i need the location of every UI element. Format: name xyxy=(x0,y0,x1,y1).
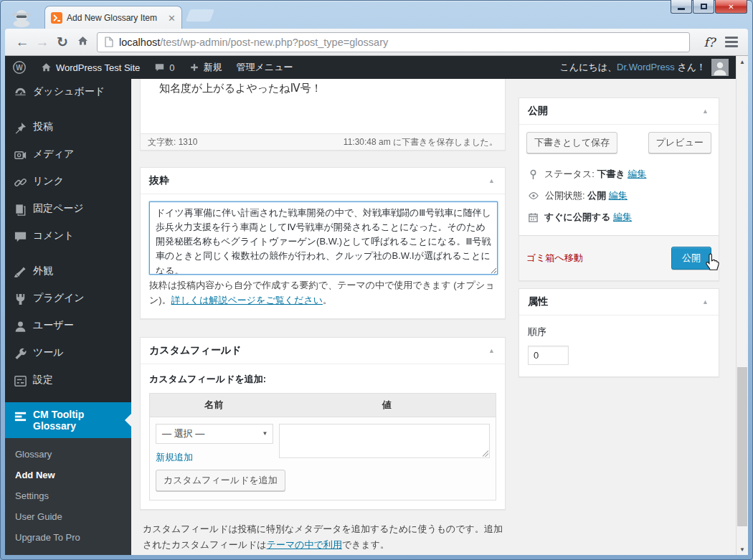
my-account-menu[interactable]: こんにちは、Dr.WordPress さん！ xyxy=(560,59,736,76)
sidebar-item-label: CM Tooltip Glossary xyxy=(33,409,126,432)
sidebar-item-pages[interactable]: 固定ページ xyxy=(5,196,131,223)
custom-field-key-select[interactable]: — 選択 — ▼ xyxy=(156,424,273,444)
page-scrollbar[interactable]: ▲ ▼ xyxy=(736,56,748,555)
new-content-menu[interactable]: 新規 xyxy=(182,56,229,79)
svg-text:W: W xyxy=(16,64,23,72)
resize-grip-icon[interactable] xyxy=(482,450,488,457)
move-to-trash-link[interactable]: ゴミ箱へ移動 xyxy=(526,252,583,265)
comments-count: 0 xyxy=(169,62,174,73)
publish-panel: 公開 ▲ 下書きとして保存 プレビュー xyxy=(518,98,719,281)
editor-status-bar: 文字数: 1310 11:30:48 am に下書きを保存しました。 xyxy=(141,133,505,150)
submenu-item-user-guide[interactable]: User Guide xyxy=(5,506,131,527)
forward-icon[interactable]: → xyxy=(32,34,52,50)
close-icon: ✕ xyxy=(728,3,734,11)
sidebar-item-appearance[interactable]: 外観 xyxy=(5,258,131,285)
collapse-toggle-icon[interactable]: ▲ xyxy=(487,177,496,184)
sidebar-item-settings[interactable]: 設定 xyxy=(5,367,131,394)
site-name: WordPress Test Site xyxy=(56,62,140,73)
custom-menu-label: 管理メニュー xyxy=(237,61,293,74)
excerpt-textarea[interactable]: ドイツ再軍備に伴い計画された戦車開発の中で、対戦車戦闘のⅢ号戦車に随伴し歩兵火力… xyxy=(149,201,498,275)
sidebar-item-users[interactable]: ユーザー xyxy=(5,313,131,340)
word-count: 文字数: 1310 xyxy=(148,136,197,148)
scrollbar-thumb[interactable] xyxy=(737,367,747,526)
url-bar[interactable]: localhost/test/wp-admin/post-new.php?pos… xyxy=(97,32,690,52)
column-header-value: 値 xyxy=(278,394,496,417)
excerpt-help-link[interactable]: 詳しくは解説ページをご覧ください xyxy=(171,295,323,305)
plugin-icon xyxy=(14,293,27,306)
publish-footer: ゴミ箱へ移動 公開 xyxy=(519,235,719,280)
custom-fields-add-heading: カスタムフィールドを追加: xyxy=(149,373,496,386)
sidebar-item-comments[interactable]: コメント xyxy=(5,223,131,250)
sidebar-item-dashboard[interactable]: ダッシュボード xyxy=(5,79,131,106)
sidebar-item-links[interactable]: リンク xyxy=(5,169,131,196)
new-tab-button[interactable] xyxy=(186,9,214,22)
wordpress-logo-icon: W xyxy=(12,60,27,75)
sidebar-item-cm-tooltip-glossary[interactable]: CM Tooltip Glossary xyxy=(5,402,131,438)
content-editor-box: 知名度が上がるよやったねⅣ号！ 文字数: 1310 11:30:48 am に下… xyxy=(140,79,506,151)
status-label: ステータス: xyxy=(544,169,595,179)
glossary-submenu: Glossary Add New Settings User Guide Upg… xyxy=(5,438,131,555)
plus-icon xyxy=(189,62,199,72)
eye-icon xyxy=(528,191,539,201)
order-label: 順序 xyxy=(528,326,710,338)
submenu-item-glossary[interactable]: Glossary xyxy=(5,444,131,465)
maximize-icon xyxy=(701,4,707,9)
back-icon[interactable]: ← xyxy=(12,34,32,50)
sidebar-item-plugins[interactable]: プラグイン xyxy=(5,285,131,313)
sidebar-item-media[interactable]: メディア xyxy=(5,141,131,169)
comment-icon xyxy=(14,230,27,244)
submenu-item-settings[interactable]: Settings xyxy=(5,485,131,506)
refresh-icon[interactable]: ↻ xyxy=(52,34,72,50)
extension-icon[interactable]: f? xyxy=(704,35,715,49)
submenu-item-add-new[interactable]: Add New xyxy=(5,465,131,485)
comment-icon xyxy=(154,62,165,72)
edit-schedule-link[interactable]: 編集 xyxy=(613,212,632,222)
save-draft-button[interactable]: 下書きとして保存 xyxy=(526,132,617,153)
site-name-menu[interactable]: WordPress Test Site xyxy=(34,56,147,79)
sidebar-item-tools[interactable]: ツール xyxy=(5,340,131,367)
editor-content[interactable]: 知名度が上がるよやったねⅣ号！ xyxy=(141,79,505,133)
custom-field-value-textarea[interactable] xyxy=(279,424,490,458)
order-input[interactable] xyxy=(528,346,569,365)
close-button[interactable]: ✕ xyxy=(715,0,747,14)
visibility-label: 公開状態: xyxy=(545,190,585,201)
select-value: — 選択 — xyxy=(162,427,204,440)
admin-sidebar: ダッシュボード 投稿 メディア xyxy=(5,79,131,555)
link-icon xyxy=(14,176,27,189)
scroll-down-icon[interactable]: ▼ xyxy=(737,544,748,555)
publish-panel-title: 公開 xyxy=(528,105,548,118)
preview-button[interactable]: プレビュー xyxy=(648,132,711,153)
status-pin-icon xyxy=(528,169,539,180)
sidebar-item-label: ダッシュボード xyxy=(33,85,105,98)
collapse-toggle-icon[interactable]: ▲ xyxy=(487,347,496,354)
enter-new-link[interactable]: 新規追加 xyxy=(156,451,193,464)
greeting: こんにちは、Dr.WordPress さん！ xyxy=(560,61,706,74)
visibility-value: 公開 xyxy=(587,190,606,201)
comments-menu[interactable]: 0 xyxy=(147,56,181,79)
collapse-toggle-icon[interactable]: ▲ xyxy=(701,298,710,305)
browser-menu-icon[interactable] xyxy=(725,37,738,47)
edit-visibility-link[interactable]: 編集 xyxy=(609,190,628,201)
custom-fields-panel: カスタムフィールド ▲ カスタムフィールドを追加: 名前 値 xyxy=(140,337,506,510)
home-icon[interactable] xyxy=(72,34,93,50)
wp-logo-menu[interactable]: W xyxy=(5,56,34,79)
browser-tab[interactable]: Add New Glossary Item ✕ xyxy=(44,6,182,29)
browser-toolbar: ← → ↻ localhost/test/wp-admin/post-new.p… xyxy=(5,29,748,56)
browser-window: ✕ Add New Glossary Item ✕ ← → ↻ xyxy=(0,0,753,560)
maximize-button[interactable] xyxy=(693,0,714,14)
xampp-favicon xyxy=(51,12,62,24)
custom-admin-menu[interactable]: 管理メニュー xyxy=(229,56,300,79)
add-custom-field-button[interactable]: カスタムフィールドを追加 xyxy=(156,470,285,491)
brush-icon xyxy=(14,265,27,279)
sidebar-item-label: ツール xyxy=(33,346,64,359)
excerpt-panel: 抜粋 ▲ ドイツ再軍備に伴い計画された戦車開発の中で、対戦車戦闘のⅢ号戦車に随伴… xyxy=(140,167,506,319)
submenu-item-upgrade-to-pro[interactable]: Upgrade To Pro xyxy=(5,527,131,548)
sidebar-item-label: 固定ページ xyxy=(33,202,84,215)
sidebar-item-posts[interactable]: 投稿 xyxy=(5,114,131,141)
edit-status-link[interactable]: 編集 xyxy=(628,169,646,179)
tab-close-icon[interactable]: ✕ xyxy=(168,13,176,24)
minimize-button[interactable] xyxy=(671,0,692,14)
collapse-toggle-icon[interactable]: ▲ xyxy=(701,108,710,115)
theme-usage-link[interactable]: テーマの中で利用 xyxy=(267,539,342,550)
scroll-up-icon[interactable]: ▲ xyxy=(737,56,748,67)
